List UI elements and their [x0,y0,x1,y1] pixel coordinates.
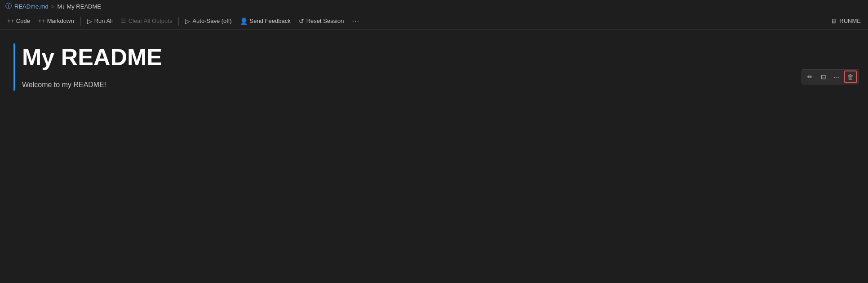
markdown-cell: My README Welcome to my README! [13,39,855,95]
plus-icon-2: + [38,18,42,24]
auto-save-label: Auto-Save (off) [192,18,231,24]
run-all-label: Run All [94,18,113,24]
reset-session-button[interactable]: ↺ Reset Session [295,16,348,27]
clear-all-button[interactable]: ☰ Clear All Outputs [117,16,176,26]
cell-border [13,43,15,91]
breadcrumb-section[interactable]: M↓ My README [57,3,101,10]
add-markdown-button[interactable]: + + Markdown [35,16,78,26]
separator-2 [178,17,179,26]
feedback-icon: 👤 [240,18,248,25]
send-feedback-label: Send Feedback [250,18,291,24]
send-feedback-button[interactable]: 👤 Send Feedback [236,16,294,27]
auto-save-button[interactable]: ▷ Auto-Save (off) [182,16,235,27]
code-label: + Code [11,18,30,24]
cell-content: My README Welcome to my README! [22,43,855,91]
runme-label: RUNME [839,18,861,24]
reset-icon: ↺ [299,18,304,25]
markdown-label: + Markdown [42,18,74,24]
info-icon: ⓘ [5,2,12,10]
play-circle-icon: ▷ [185,18,190,25]
toolbar: + + Code + + Markdown ▷ Run All ☰ Clear … [0,13,868,30]
breadcrumb-bar: ⓘ READme.md > M↓ My README [0,0,868,13]
separator-1 [80,17,81,26]
runme-badge: 🖥 RUNME [827,16,864,27]
breadcrumb-file[interactable]: READme.md [14,3,49,10]
readme-body: Welcome to my README! [22,79,855,91]
readme-heading: My README [22,43,855,71]
runme-icon: 🖥 [831,18,837,25]
clear-all-label: Clear All Outputs [128,18,173,24]
more-button[interactable]: ··· [349,15,363,27]
run-icon: ▷ [87,18,92,25]
run-all-button[interactable]: ▷ Run All [84,16,116,27]
more-dots-icon: ··· [352,17,359,25]
content-area: My README Welcome to my README! [0,30,868,104]
breadcrumb-separator: > [51,3,55,10]
reset-session-label: Reset Session [306,18,344,24]
add-code-button[interactable]: + + Code [4,16,34,26]
clear-icon: ☰ [121,18,126,24]
plus-icon: + [7,18,11,24]
